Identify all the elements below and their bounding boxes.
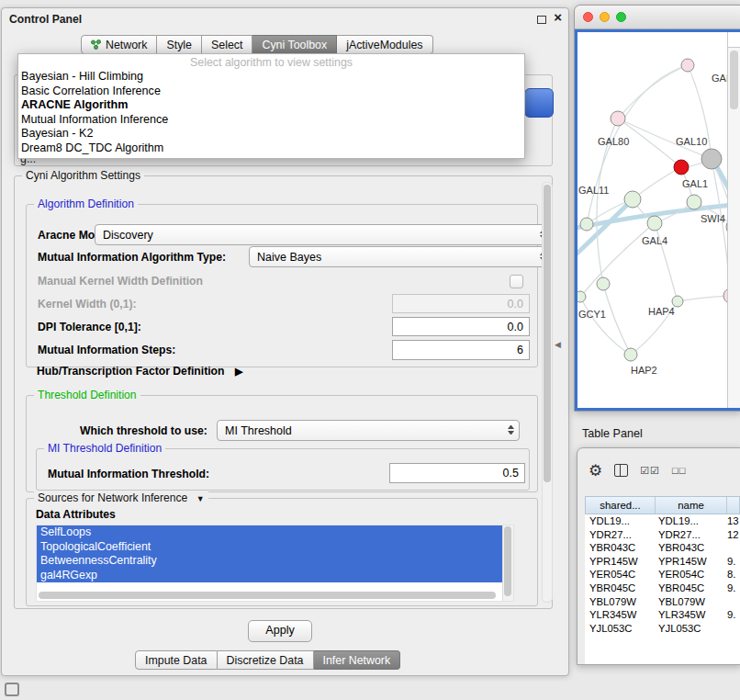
algorithm-option-aracne-algorithm[interactable]: ARACNE Algorithm — [18, 98, 524, 113]
apply-button[interactable]: Apply — [248, 620, 312, 642]
table-cell[interactable]: YPR145W — [585, 555, 654, 569]
table-cell[interactable] — [724, 541, 740, 555]
network-node[interactable] — [687, 195, 701, 209]
attributes-horizontal-scrollbar[interactable] — [39, 592, 496, 599]
table-cell[interactable]: YLR345W — [585, 608, 654, 622]
column-header-shared[interactable]: shared... — [586, 497, 656, 514]
table-cell[interactable]: YBR043C — [585, 541, 654, 555]
table-row[interactable]: YBR045CYBR045C9. — [585, 581, 740, 595]
network-node[interactable] — [597, 277, 610, 290]
collapse-down-icon[interactable]: ▼ — [196, 494, 205, 503]
network-edge[interactable] — [678, 296, 728, 301]
network-edge[interactable] — [580, 297, 631, 355]
table-row[interactable]: YBR043CYBR043C — [585, 541, 740, 555]
attributes-vertical-scrollbar[interactable] — [502, 525, 513, 601]
table-cell[interactable] — [724, 622, 740, 636]
expand-right-icon[interactable]: ▶ — [235, 366, 242, 377]
table-cell[interactable] — [724, 595, 740, 609]
algorithm-option-dream8-dc-tdc-algorithm[interactable]: Dream8 DC_TDC Algorithm — [18, 141, 524, 156]
table-cell[interactable]: 12 — [724, 528, 740, 542]
table-cell[interactable]: 9. — [724, 555, 740, 569]
mi-steps-field[interactable]: 6 — [392, 340, 530, 360]
table-row[interactable]: YJL053CYJL053C — [585, 622, 740, 636]
zoom-window-icon[interactable] — [616, 12, 626, 22]
network-window-titlebar[interactable] — [575, 6, 740, 29]
minimized-window-icon[interactable] — [5, 683, 19, 696]
network-node[interactable] — [647, 216, 662, 231]
algorithm-option-bayesian-k2[interactable]: Bayesian - K2 — [18, 127, 524, 141]
network-node[interactable] — [611, 111, 625, 126]
table-cell[interactable]: 9. — [724, 608, 740, 622]
table-cell[interactable]: YBL079W — [654, 595, 724, 609]
network-node[interactable] — [674, 160, 689, 175]
tab-jactivemodules[interactable]: jActiveModules — [337, 35, 432, 54]
table-cell[interactable]: YJL053C — [585, 622, 654, 636]
aracne-mode-select[interactable]: Discovery — [95, 224, 552, 245]
dpi-tolerance-field[interactable]: 0.0 — [392, 317, 530, 336]
tab-cyni-toolbox[interactable]: Cyni Toolbox — [252, 35, 337, 54]
network-edge[interactable] — [618, 65, 688, 119]
table-cell[interactable]: YBL079W — [585, 595, 654, 609]
which-threshold-select[interactable]: MI Threshold — [217, 420, 520, 441]
tab-discretize-data[interactable]: Discretize Data — [218, 650, 314, 670]
table-cell[interactable]: YJL053C — [654, 622, 724, 636]
table-cell[interactable]: YLR345W — [654, 608, 724, 622]
settings-vertical-scrollbar[interactable] — [542, 182, 553, 603]
close-window-icon[interactable] — [583, 12, 593, 22]
table-cell[interactable]: YDR27... — [585, 528, 654, 542]
network-node[interactable] — [681, 59, 694, 72]
network-node[interactable] — [624, 348, 637, 361]
table-cell[interactable]: YBR045C — [654, 581, 724, 595]
scrollbar-thumb[interactable] — [504, 526, 511, 596]
column-header-extra[interactable] — [727, 497, 740, 514]
tab-impute-data[interactable]: Impute Data — [135, 650, 218, 670]
mi-threshold-field[interactable]: 0.5 — [389, 463, 525, 483]
data-attributes-list[interactable]: SelfLoopsTopologicalCoefficientBetweenne… — [36, 525, 514, 602]
table-row[interactable]: YER054CYER054C8. — [585, 568, 740, 581]
network-vertical-scrollbar[interactable] — [727, 32, 740, 408]
tab-style[interactable]: Style — [157, 35, 202, 54]
minimize-window-icon[interactable] — [600, 12, 610, 22]
scrollbar-thumb[interactable] — [544, 185, 551, 482]
help-button[interactable] — [524, 88, 554, 118]
table-cell[interactable]: YPR145W — [654, 555, 724, 569]
table-row[interactable]: YLR345WYLR345W9. — [585, 608, 740, 622]
column-selector-icon[interactable] — [614, 464, 628, 477]
select-all-checks-icon[interactable]: ☑☑ — [640, 465, 660, 477]
table-cell[interactable]: 9. — [724, 581, 740, 595]
scrollbar-button[interactable] — [728, 32, 740, 48]
network-node[interactable] — [701, 149, 722, 169]
table-row[interactable]: YPR145WYPR145W9. — [585, 555, 740, 569]
tab-network[interactable]: Network — [81, 35, 157, 54]
table-cell[interactable]: YER054C — [654, 568, 724, 581]
table-row[interactable]: YDL19...YDL19...13 — [585, 514, 740, 528]
table-cell[interactable]: YDL19... — [585, 514, 654, 528]
float-panel-icon[interactable] — [537, 16, 546, 24]
network-edge[interactable] — [580, 223, 655, 297]
data-attribute-betweennesscentrality[interactable]: BetweennessCentrality — [37, 554, 503, 569]
algorithm-option-basic-correlation-inference[interactable]: Basic Correlation Inference — [18, 85, 524, 99]
network-node[interactable] — [624, 191, 641, 208]
network-node[interactable] — [577, 291, 586, 302]
tab-select[interactable]: Select — [202, 35, 252, 54]
table-cell[interactable]: 13 — [724, 514, 740, 528]
close-panel-icon[interactable]: × — [554, 9, 562, 25]
column-header-name[interactable]: name — [656, 497, 727, 514]
table-cell[interactable]: YER054C — [585, 568, 654, 581]
table-cell[interactable]: YDR27... — [654, 528, 724, 542]
data-attribute-topologicalcoefficient[interactable]: TopologicalCoefficient — [37, 540, 503, 555]
table-cell[interactable]: YDL19... — [654, 514, 724, 528]
algorithm-option-bayesian-hill-climbing[interactable]: Bayesian - Hill Climbing — [18, 70, 524, 85]
panel-collapse-arrow-icon[interactable]: ◀ — [555, 340, 561, 349]
gear-icon[interactable]: ⚙ — [589, 463, 602, 479]
data-attribute-selfloops[interactable]: SelfLoops — [37, 525, 503, 540]
algorithm-option-mutual-information-inference[interactable]: Mutual Information Inference — [18, 113, 524, 128]
network-edge[interactable] — [633, 167, 681, 199]
table-cell[interactable]: 8. — [724, 568, 740, 581]
scrollbar-thumb[interactable] — [730, 51, 738, 109]
clear-checks-icon[interactable]: □□ — [672, 465, 686, 476]
table-cell[interactable]: YBR045C — [585, 581, 654, 595]
data-attribute-gal4rgexp[interactable]: gal4RGexp — [37, 569, 503, 583]
network-node[interactable] — [580, 218, 593, 231]
tab-infer-network[interactable]: Infer Network — [314, 650, 401, 670]
